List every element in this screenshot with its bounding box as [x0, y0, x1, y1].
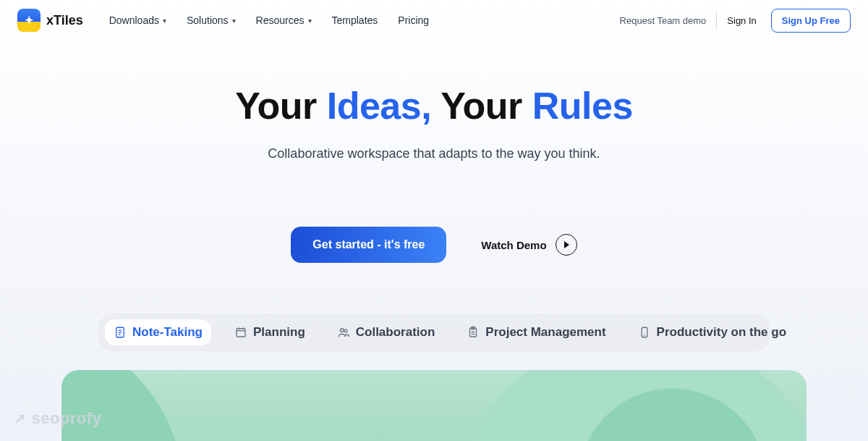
hero-title-part: Your — [235, 85, 327, 127]
svg-rect-4 — [237, 329, 245, 337]
primary-nav: Downloads ▾ Solutions ▾ Resources ▾ Temp… — [109, 14, 429, 26]
doc-icon — [114, 326, 127, 339]
play-icon — [556, 234, 577, 256]
feature-preview-image — [61, 370, 807, 441]
tab-label: Collaboration — [356, 325, 435, 340]
seoprofy-watermark: ↗ seoprofy — [14, 409, 101, 428]
feature-tabs: Note-Taking Planning Collaboration Proje… — [98, 314, 770, 351]
hero-section: Your Ideas, Your Rules Collaborative wor… — [0, 84, 868, 263]
brand-logo[interactable]: ✦ xTiles — [17, 9, 83, 32]
tab-project-management[interactable]: Project Management — [458, 319, 614, 345]
arrow-icon: ↗ — [14, 411, 26, 427]
nav-templates[interactable]: Templates — [332, 14, 378, 26]
chevron-down-icon: ▾ — [232, 17, 236, 25]
people-icon — [337, 326, 350, 339]
watch-demo-button[interactable]: Watch Demo — [481, 234, 576, 256]
tab-planning[interactable]: Planning — [226, 319, 314, 345]
nav-pricing[interactable]: Pricing — [398, 14, 429, 26]
tab-label: Planning — [253, 325, 305, 340]
hero-subtitle: Collaborative workspace that adapts to t… — [0, 146, 868, 161]
get-started-button[interactable]: Get started - it's free — [291, 227, 446, 263]
header-right: Request Team demo Sign In Sign Up Free — [610, 9, 851, 33]
svg-point-8 — [340, 329, 344, 332]
hero-title: Your Ideas, Your Rules — [0, 84, 868, 127]
nav-item-label: Solutions — [187, 14, 229, 26]
tab-productivity-mobile[interactable]: Productivity on the go — [629, 319, 795, 345]
tab-label: Project Management — [485, 325, 605, 340]
svg-point-9 — [344, 329, 347, 332]
nav-item-label: Downloads — [109, 14, 159, 26]
hero-title-accent: Ideas, — [327, 85, 431, 127]
nav-solutions[interactable]: Solutions ▾ — [187, 14, 236, 26]
nav-item-label: Pricing — [398, 14, 429, 26]
tab-collaboration[interactable]: Collaboration — [328, 319, 444, 345]
tab-label: Note-Taking — [132, 325, 203, 340]
hero-title-part: Your — [441, 85, 532, 127]
phone-icon — [638, 326, 651, 339]
tab-note-taking[interactable]: Note-Taking — [105, 319, 211, 345]
watch-demo-label: Watch Demo — [481, 239, 546, 251]
tab-label: Productivity on the go — [657, 325, 786, 340]
request-demo-link[interactable]: Request Team demo — [610, 15, 717, 26]
brand-name: xTiles — [46, 13, 83, 28]
bolt-icon: ✦ — [25, 14, 34, 27]
calendar-icon — [234, 326, 247, 339]
nav-item-label: Templates — [332, 14, 378, 26]
watermark-text: seoprofy — [32, 409, 102, 428]
top-header: ✦ xTiles Downloads ▾ Solutions ▾ Resourc… — [0, 0, 868, 41]
nav-resources[interactable]: Resources ▾ — [256, 14, 312, 26]
cta-row: Get started - it's free Watch Demo — [0, 227, 868, 263]
chevron-down-icon: ▾ — [308, 17, 312, 25]
chevron-down-icon: ▾ — [163, 17, 166, 25]
nav-downloads[interactable]: Downloads ▾ — [109, 14, 166, 26]
sign-up-button[interactable]: Sign Up Free — [771, 9, 851, 33]
clipboard-icon — [467, 326, 480, 339]
nav-item-label: Resources — [256, 14, 305, 26]
hero-title-accent: Rules — [532, 85, 633, 127]
sign-in-link[interactable]: Sign In — [717, 15, 766, 26]
logo-mark-icon: ✦ — [17, 9, 41, 32]
